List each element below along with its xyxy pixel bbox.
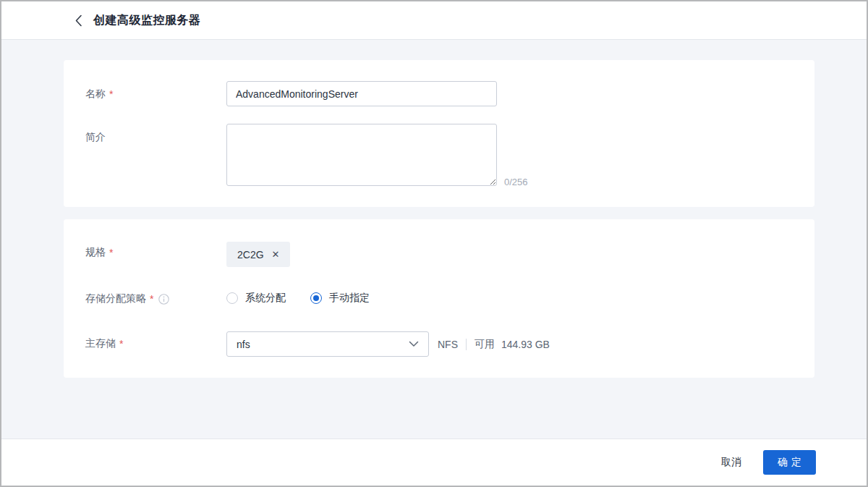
radio-circle [310,292,322,304]
available-value: 144.93 GB [501,339,550,350]
required-mark: * [109,88,113,100]
storage-type: NFS [438,339,458,350]
back-button[interactable] [75,14,82,27]
storage-policy-label: 存储分配策略* [85,292,169,305]
confirm-button[interactable]: 确定 [763,450,816,475]
page-title: 创建高级监控服务器 [93,13,201,28]
page-header: 创建高级监控服务器 [1,1,867,40]
required-mark: * [119,338,123,350]
storage-info: NFS 可用 144.93 GB [438,331,550,357]
radio-label: 系统分配 [245,292,286,305]
chevron-left-icon [75,14,82,27]
radio-circle [226,292,238,304]
selected-storage-value: nfs [237,339,250,350]
radio-label: 手动指定 [329,292,370,305]
radio-manual-specify[interactable]: 手动指定 [310,292,370,305]
char-counter: 0/256 [504,177,528,187]
info-icon[interactable] [158,294,169,305]
name-label: 名称* [85,88,113,101]
spec-tag-label: 2C2G [237,249,264,261]
create-monitoring-server-page: 创建高级监控服务器 名称* 简介 0/256 规格* 2C2G ✕ [0,0,868,487]
primary-storage-select[interactable]: nfs [226,331,429,357]
description-textarea[interactable] [226,124,497,186]
radio-system-allocation[interactable]: 系统分配 [226,292,286,305]
chevron-down-icon [409,341,419,347]
required-mark: * [150,293,153,305]
config-card: 规格* 2C2G ✕ 存储分配策略* 系统分配 手动指定 [64,219,814,378]
storage-policy-options: 系统分配 手动指定 [226,292,370,305]
name-input[interactable] [226,81,497,106]
description-label: 简介 [85,131,106,144]
basic-info-card: 名称* 简介 0/256 [64,60,814,207]
cancel-button[interactable]: 取消 [721,456,741,469]
required-mark: * [109,247,113,258]
primary-storage-label: 主存储* [85,337,123,350]
divider [466,339,467,350]
available-label: 可用 [475,338,495,351]
footer-actions: 取消 确定 [1,439,867,486]
form-content: 名称* 简介 0/256 规格* 2C2G ✕ 存储分配策略* [1,40,867,439]
spec-tag: 2C2G ✕ [226,242,290,267]
tag-remove-icon[interactable]: ✕ [272,250,280,259]
spec-label: 规格* [85,246,113,259]
confirm-button-label: 确定 [778,456,805,469]
